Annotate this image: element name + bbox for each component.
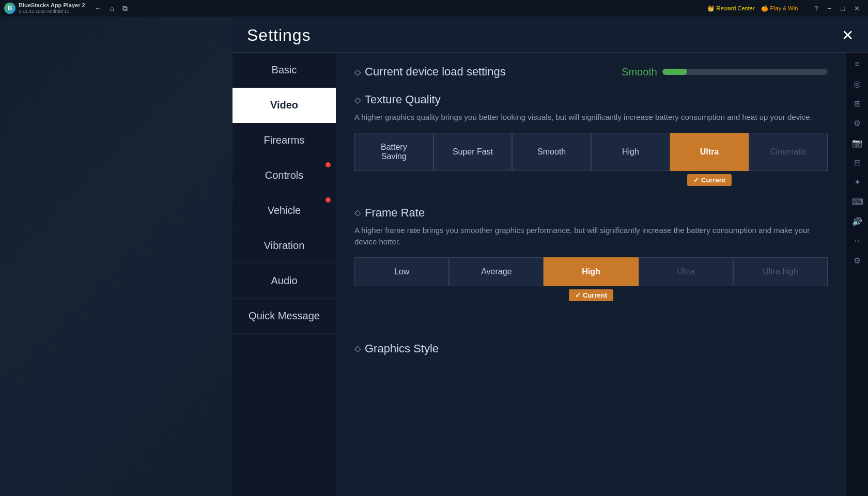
- framerate-btn-ultra[interactable]: Ultra: [639, 257, 733, 286]
- app-icon: B: [4, 3, 16, 14]
- diamond-icon-load: ◇: [354, 67, 361, 77]
- frame-rate-buttons: Low Average High ✓ Current Ultra Ultra h…: [354, 257, 828, 286]
- controls-badge: [326, 162, 331, 167]
- high-current-badge: ✓ Current: [569, 289, 613, 301]
- settings-nav: Basic Video Firearms Controls Vehicle Vi…: [233, 53, 336, 496]
- app-logo: B BlueStacks App Player 2 5.11.42.1002 A…: [4, 2, 85, 14]
- load-bar: [662, 69, 687, 75]
- icon-bar-btn-11[interactable]: ⚙: [848, 251, 866, 270]
- quality-btn-cinematic[interactable]: Cinematic: [749, 133, 828, 171]
- icon-bar-btn-1[interactable]: ≡: [848, 55, 866, 73]
- crown-icon: 👑: [707, 5, 715, 12]
- game-area: [0, 17, 233, 496]
- close-window-button[interactable]: ✕: [850, 4, 864, 13]
- framerate-btn-high[interactable]: High ✓ Current: [544, 257, 638, 286]
- device-load-section: ◇ Current device load settings Smooth: [354, 65, 828, 79]
- icon-bar-btn-3[interactable]: ⊞: [848, 94, 866, 113]
- maximize-button[interactable]: □: [836, 4, 849, 13]
- settings-content: ◇ Current device load settings Smooth ◇: [336, 53, 846, 496]
- settings-panel: Settings ✕ Basic Video Firearms Controls…: [233, 17, 868, 496]
- settings-title: Settings: [247, 26, 311, 45]
- framerate-btn-average[interactable]: Average: [449, 257, 544, 286]
- orange-icon: 🍊: [761, 5, 768, 12]
- titlebar: B BlueStacks App Player 2 5.11.42.1002 A…: [0, 0, 868, 17]
- game-overlay: [0, 17, 233, 496]
- window-controls: ? − □ ✕: [810, 4, 864, 13]
- load-mode-label: Smooth: [622, 66, 657, 78]
- reward-center-button[interactable]: 👑 Reward Center: [707, 5, 755, 12]
- minimize-button[interactable]: −: [824, 4, 836, 13]
- frame-rate-desc: A higher frame rate brings you smoother …: [354, 225, 828, 248]
- back-button[interactable]: ←: [91, 3, 105, 13]
- nav-item-vibration[interactable]: Vibration: [233, 228, 336, 264]
- settings-header: Settings ✕: [233, 17, 868, 53]
- vehicle-badge: [326, 197, 331, 203]
- load-bar-container: [662, 69, 828, 75]
- quality-btn-high[interactable]: High: [591, 133, 670, 171]
- nav-item-audio[interactable]: Audio: [233, 264, 336, 299]
- device-load-title: ◇ Current device load settings: [354, 65, 506, 79]
- play-win-button[interactable]: 🍊 Play & Win: [761, 5, 798, 12]
- quality-btn-smooth[interactable]: Smooth: [512, 133, 591, 171]
- check-icon: ✓: [693, 176, 699, 184]
- nav-item-video[interactable]: Video: [233, 88, 336, 123]
- ultra-current-badge: ✓ Current: [687, 174, 732, 186]
- nav-item-basic[interactable]: Basic: [233, 53, 336, 88]
- load-indicator: Smooth: [622, 66, 828, 78]
- check-icon-frame: ✓: [575, 291, 581, 299]
- nav-item-firearms[interactable]: Firearms: [233, 123, 336, 158]
- main-layout: Settings ✕ Basic Video Firearms Controls…: [0, 17, 868, 496]
- icon-bar-btn-5[interactable]: 📷: [848, 133, 866, 152]
- diamond-icon-graphics: ◇: [354, 344, 361, 353]
- titlebar-right: 👑 Reward Center 🍊 Play & Win ? − □ ✕: [707, 4, 864, 13]
- app-name-text: BlueStacks App Player 2 5.11.42.1002 And…: [19, 2, 85, 14]
- right-icon-bar: ≡ ◎ ⊞ ⚙ 📷 ⊟ ✦ ⌨ 🔊 ↔ ⚙: [846, 53, 868, 496]
- nav-item-vehicle[interactable]: Vehicle: [233, 193, 336, 228]
- icon-bar-btn-8[interactable]: ⌨: [848, 192, 866, 211]
- icon-bar-btn-6[interactable]: ⊟: [848, 153, 866, 172]
- icon-bar-btn-2[interactable]: ◎: [848, 74, 866, 93]
- settings-body: Basic Video Firearms Controls Vehicle Vi…: [233, 53, 868, 496]
- icon-bar-btn-4[interactable]: ⚙: [848, 114, 866, 132]
- texture-quality-desc: A higher graphics quality brings you bet…: [354, 112, 828, 123]
- graphics-style-section: ◇ Graphics Style: [354, 342, 828, 355]
- quality-btn-super-fast[interactable]: Super Fast: [433, 133, 513, 171]
- nav-item-controls[interactable]: Controls: [233, 158, 336, 193]
- home-button[interactable]: ⌂: [107, 3, 117, 13]
- icon-bar-btn-9[interactable]: 🔊: [848, 212, 866, 230]
- quality-btn-battery-saving[interactable]: BatterySaving: [354, 133, 433, 171]
- graphics-style-title: ◇ Graphics Style: [354, 342, 828, 355]
- icon-bar-btn-10[interactable]: ↔: [848, 231, 866, 250]
- close-settings-button[interactable]: ✕: [842, 28, 854, 43]
- diamond-icon-texture: ◇: [354, 95, 361, 105]
- frame-rate-section: ◇ Frame Rate A higher frame rate brings …: [354, 206, 828, 326]
- texture-quality-buttons: BatterySaving Super Fast Smooth High Ult…: [354, 133, 828, 171]
- frame-rate-title: ◇ Frame Rate: [354, 206, 828, 220]
- copy-button[interactable]: ⧉: [119, 3, 131, 14]
- help-button[interactable]: ?: [810, 4, 822, 13]
- framerate-btn-ultra-high[interactable]: Ultra high: [733, 257, 828, 286]
- texture-quality-section: ◇ Texture Quality A higher graphics qual…: [354, 93, 828, 190]
- nav-item-quick-message[interactable]: Quick Message: [233, 299, 336, 334]
- framerate-btn-low[interactable]: Low: [354, 257, 449, 286]
- diamond-icon-frame: ◇: [354, 208, 361, 218]
- texture-quality-title: ◇ Texture Quality: [354, 93, 828, 106]
- icon-bar-btn-7[interactable]: ✦: [848, 173, 866, 191]
- quality-btn-ultra[interactable]: Ultra ✓ Current: [670, 133, 749, 171]
- titlebar-nav: ← ⌂ ⧉: [91, 3, 131, 14]
